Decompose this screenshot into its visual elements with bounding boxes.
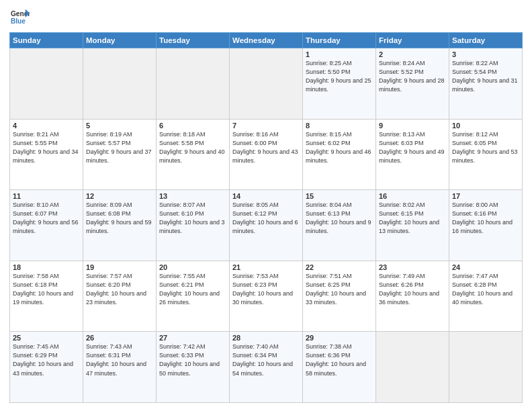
- day-number: 4: [13, 122, 80, 130]
- day-number: 21: [232, 263, 300, 271]
- calendar-header-row: SundayMondayTuesdayWednesdayThursdayFrid…: [10, 33, 523, 48]
- day-info: Sunrise: 7:45 AM Sunset: 6:29 PM Dayligh…: [13, 342, 80, 377]
- col-header-friday: Friday: [376, 33, 449, 48]
- day-info: Sunrise: 7:38 AM Sunset: 6:36 PM Dayligh…: [306, 342, 373, 377]
- day-info: Sunrise: 8:09 AM Sunset: 6:08 PM Dayligh…: [86, 201, 153, 236]
- calendar-cell: 8Sunrise: 8:15 AM Sunset: 6:02 PM Daylig…: [303, 119, 376, 190]
- day-info: Sunrise: 7:58 AM Sunset: 6:18 PM Dayligh…: [13, 272, 80, 307]
- calendar-cell: 28Sunrise: 7:40 AM Sunset: 6:34 PM Dayli…: [230, 332, 303, 403]
- day-number: 15: [306, 192, 373, 200]
- day-number: 25: [13, 334, 80, 342]
- calendar-cell: 27Sunrise: 7:42 AM Sunset: 6:33 PM Dayli…: [157, 332, 230, 403]
- calendar-cell: 26Sunrise: 7:43 AM Sunset: 6:31 PM Dayli…: [83, 332, 157, 403]
- day-number: 18: [13, 263, 80, 271]
- calendar-cell: 20Sunrise: 7:55 AM Sunset: 6:21 PM Dayli…: [157, 261, 230, 332]
- calendar-cell: 24Sunrise: 7:47 AM Sunset: 6:28 PM Dayli…: [449, 261, 523, 332]
- day-info: Sunrise: 8:15 AM Sunset: 6:02 PM Dayligh…: [306, 130, 373, 165]
- calendar-cell: 13Sunrise: 8:07 AM Sunset: 6:10 PM Dayli…: [157, 190, 230, 261]
- col-header-thursday: Thursday: [303, 33, 376, 48]
- day-info: Sunrise: 8:18 AM Sunset: 5:58 PM Dayligh…: [159, 130, 226, 165]
- logo: General Blue: [9, 8, 30, 27]
- col-header-monday: Monday: [83, 33, 157, 48]
- calendar-cell: 29Sunrise: 7:38 AM Sunset: 6:36 PM Dayli…: [303, 332, 376, 403]
- day-info: Sunrise: 8:16 AM Sunset: 6:00 PM Dayligh…: [232, 130, 300, 165]
- day-info: Sunrise: 7:42 AM Sunset: 6:33 PM Dayligh…: [159, 342, 226, 377]
- day-info: Sunrise: 7:49 AM Sunset: 6:26 PM Dayligh…: [379, 272, 446, 307]
- day-number: 10: [452, 122, 519, 130]
- day-info: Sunrise: 8:00 AM Sunset: 6:16 PM Dayligh…: [452, 201, 519, 236]
- day-number: 24: [452, 263, 519, 271]
- day-number: 29: [306, 334, 373, 342]
- calendar-cell: 14Sunrise: 8:05 AM Sunset: 6:12 PM Dayli…: [230, 190, 303, 261]
- day-info: Sunrise: 8:10 AM Sunset: 6:07 PM Dayligh…: [13, 201, 80, 236]
- day-info: Sunrise: 7:55 AM Sunset: 6:21 PM Dayligh…: [159, 272, 226, 307]
- calendar-cell: 23Sunrise: 7:49 AM Sunset: 6:26 PM Dayli…: [376, 261, 449, 332]
- day-info: Sunrise: 8:02 AM Sunset: 6:15 PM Dayligh…: [379, 201, 446, 236]
- day-info: Sunrise: 7:51 AM Sunset: 6:25 PM Dayligh…: [306, 272, 373, 307]
- day-info: Sunrise: 7:57 AM Sunset: 6:20 PM Dayligh…: [86, 272, 153, 307]
- calendar-cell: 15Sunrise: 8:04 AM Sunset: 6:13 PM Dayli…: [303, 190, 376, 261]
- day-number: 3: [452, 50, 519, 58]
- day-info: Sunrise: 8:07 AM Sunset: 6:10 PM Dayligh…: [159, 201, 226, 236]
- calendar-cell: 21Sunrise: 7:53 AM Sunset: 6:23 PM Dayli…: [230, 261, 303, 332]
- calendar-cell: 9Sunrise: 8:13 AM Sunset: 6:03 PM Daylig…: [376, 119, 449, 190]
- day-number: 26: [86, 334, 153, 342]
- day-number: 9: [379, 122, 446, 130]
- calendar-cell: 25Sunrise: 7:45 AM Sunset: 6:29 PM Dayli…: [10, 332, 83, 403]
- calendar-cell: [83, 48, 157, 120]
- day-info: Sunrise: 8:22 AM Sunset: 5:54 PM Dayligh…: [452, 59, 519, 94]
- calendar-week-2: 4Sunrise: 8:21 AM Sunset: 5:55 PM Daylig…: [10, 119, 523, 190]
- calendar-cell: 1Sunrise: 8:25 AM Sunset: 5:50 PM Daylig…: [303, 48, 376, 120]
- calendar-week-4: 18Sunrise: 7:58 AM Sunset: 6:18 PM Dayli…: [10, 261, 523, 332]
- calendar-week-1: 1Sunrise: 8:25 AM Sunset: 5:50 PM Daylig…: [10, 48, 523, 120]
- col-header-wednesday: Wednesday: [230, 33, 303, 48]
- day-info: Sunrise: 7:40 AM Sunset: 6:34 PM Dayligh…: [232, 342, 300, 377]
- calendar-cell: [10, 48, 83, 120]
- day-number: 28: [232, 334, 300, 342]
- day-number: 16: [379, 192, 446, 200]
- day-number: 6: [159, 122, 226, 130]
- calendar-cell: 10Sunrise: 8:12 AM Sunset: 6:05 PM Dayli…: [449, 119, 523, 190]
- day-number: 1: [306, 50, 373, 58]
- day-info: Sunrise: 8:05 AM Sunset: 6:12 PM Dayligh…: [232, 201, 300, 236]
- day-number: 27: [159, 334, 226, 342]
- calendar-cell: 17Sunrise: 8:00 AM Sunset: 6:16 PM Dayli…: [449, 190, 523, 261]
- day-info: Sunrise: 8:04 AM Sunset: 6:13 PM Dayligh…: [306, 201, 373, 236]
- col-header-sunday: Sunday: [10, 33, 83, 48]
- calendar-cell: 18Sunrise: 7:58 AM Sunset: 6:18 PM Dayli…: [10, 261, 83, 332]
- calendar-cell: 5Sunrise: 8:19 AM Sunset: 5:57 PM Daylig…: [83, 119, 157, 190]
- col-header-saturday: Saturday: [449, 33, 523, 48]
- day-info: Sunrise: 8:12 AM Sunset: 6:05 PM Dayligh…: [452, 130, 519, 165]
- calendar-table: SundayMondayTuesdayWednesdayThursdayFrid…: [9, 32, 523, 403]
- calendar-cell: 16Sunrise: 8:02 AM Sunset: 6:15 PM Dayli…: [376, 190, 449, 261]
- day-number: 23: [379, 263, 446, 271]
- calendar-cell: 2Sunrise: 8:24 AM Sunset: 5:52 PM Daylig…: [376, 48, 449, 120]
- calendar-cell: 11Sunrise: 8:10 AM Sunset: 6:07 PM Dayli…: [10, 190, 83, 261]
- calendar-cell: 6Sunrise: 8:18 AM Sunset: 5:58 PM Daylig…: [157, 119, 230, 190]
- day-number: 20: [159, 263, 226, 271]
- day-number: 7: [232, 122, 300, 130]
- day-info: Sunrise: 8:21 AM Sunset: 5:55 PM Dayligh…: [13, 130, 80, 165]
- day-number: 11: [13, 192, 80, 200]
- calendar-cell: [230, 48, 303, 120]
- calendar-cell: 12Sunrise: 8:09 AM Sunset: 6:08 PM Dayli…: [83, 190, 157, 261]
- calendar-cell: 22Sunrise: 7:51 AM Sunset: 6:25 PM Dayli…: [303, 261, 376, 332]
- header: General Blue: [9, 8, 523, 27]
- day-info: Sunrise: 7:43 AM Sunset: 6:31 PM Dayligh…: [86, 342, 153, 377]
- calendar-cell: [157, 48, 230, 120]
- calendar-week-3: 11Sunrise: 8:10 AM Sunset: 6:07 PM Dayli…: [10, 190, 523, 261]
- calendar-cell: [376, 332, 449, 403]
- day-number: 19: [86, 263, 153, 271]
- col-header-tuesday: Tuesday: [157, 33, 230, 48]
- day-info: Sunrise: 7:53 AM Sunset: 6:23 PM Dayligh…: [232, 272, 300, 307]
- day-number: 14: [232, 192, 300, 200]
- day-number: 12: [86, 192, 153, 200]
- calendar-cell: 4Sunrise: 8:21 AM Sunset: 5:55 PM Daylig…: [10, 119, 83, 190]
- day-info: Sunrise: 8:19 AM Sunset: 5:57 PM Dayligh…: [86, 130, 153, 165]
- calendar-cell: 3Sunrise: 8:22 AM Sunset: 5:54 PM Daylig…: [449, 48, 523, 120]
- calendar-week-5: 25Sunrise: 7:45 AM Sunset: 6:29 PM Dayli…: [10, 332, 523, 403]
- day-info: Sunrise: 8:24 AM Sunset: 5:52 PM Dayligh…: [379, 59, 446, 94]
- day-number: 8: [306, 122, 373, 130]
- day-number: 2: [379, 50, 446, 58]
- calendar-cell: [449, 332, 523, 403]
